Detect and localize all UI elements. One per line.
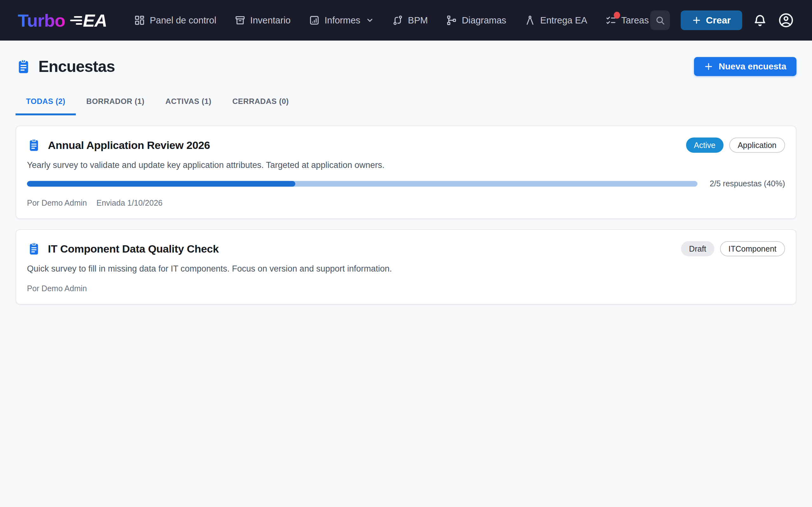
survey-meta: Por Demo Admin Enviada 1/10/2026 (27, 199, 785, 208)
brand-logo[interactable]: Turbo EA (18, 10, 107, 31)
survey-author: Por Demo Admin (27, 284, 87, 293)
page-title-text: Encuestas (38, 57, 115, 76)
status-badge: Active (686, 137, 723, 153)
clipboard-icon (27, 138, 41, 152)
new-survey-button-label: Nueva encuesta (719, 61, 786, 72)
search-icon (655, 15, 665, 25)
nav-item-panel-de-control[interactable]: Panel de control (134, 15, 216, 26)
tab-todas[interactable]: TODAS (2) (15, 97, 76, 115)
survey-sent-date: Enviada 1/10/2026 (96, 199, 163, 208)
compass-icon (525, 15, 536, 26)
survey-card[interactable]: Annual Application Review 2026 Active Ap… (15, 125, 797, 219)
page-header: Encuestas Nueva encuesta (15, 57, 797, 76)
type-badge: Application (729, 137, 785, 153)
main-content: Encuestas Nueva encuesta TODAS (2) BORRA… (0, 57, 812, 304)
nav-label: Entrega EA (540, 15, 587, 26)
user-circle-icon (778, 12, 794, 29)
nav-label: Inventario (250, 15, 291, 26)
nav-label: BPM (408, 15, 428, 26)
nav-label: Informes (324, 15, 360, 26)
brand-logo-suffix: EA (83, 10, 107, 31)
survey-title: IT Component Data Quality Check (48, 243, 219, 255)
tab-borrador[interactable]: BORRADOR (1) (76, 97, 155, 115)
speed-lines-icon (70, 16, 82, 25)
type-badge: ITComponent (720, 241, 785, 257)
dashboard-icon (134, 15, 145, 26)
chevron-down-icon (366, 16, 374, 24)
nav-label: Diagramas (462, 15, 506, 26)
nav-item-informes[interactable]: Informes (309, 15, 374, 26)
survey-meta: Por Demo Admin (27, 284, 785, 293)
progress-label: 2/5 respuestas (40%) (710, 179, 785, 188)
status-badge: Draft (681, 241, 714, 257)
main-navigation: Panel de control Inventario Informes BPM… (134, 15, 649, 26)
survey-description: Quick survey to fill in missing data for… (27, 264, 785, 274)
nav-item-inventario[interactable]: Inventario (235, 15, 291, 26)
diagram-tree-icon (446, 15, 457, 26)
route-icon (392, 15, 403, 26)
nav-item-bpm[interactable]: BPM (392, 15, 428, 26)
tab-activas[interactable]: ACTIVAS (1) (155, 97, 222, 115)
nav-item-tareas[interactable]: Tareas (606, 15, 649, 26)
progress-bar-fill (27, 181, 295, 187)
survey-author: Por Demo Admin (27, 199, 87, 208)
new-survey-button[interactable]: Nueva encuesta (694, 57, 797, 76)
plus-icon (692, 16, 701, 25)
create-button[interactable]: Crear (681, 10, 742, 30)
survey-description: Yearly survey to validate and update key… (27, 160, 785, 170)
survey-progress: 2/5 respuestas (40%) (27, 179, 785, 188)
nav-label: Tareas (621, 15, 649, 26)
survey-title: Annual Application Review 2026 (48, 139, 210, 152)
brand-logo-text: Turbo (18, 10, 65, 31)
nav-item-entrega-ea[interactable]: Entrega EA (525, 15, 587, 26)
navbar-actions: Crear (650, 10, 794, 30)
notification-dot (614, 12, 620, 19)
create-button-label: Crear (706, 15, 731, 26)
notifications-button[interactable] (753, 13, 767, 27)
survey-tabs: TODAS (2) BORRADOR (1) ACTIVAS (1) CERRA… (15, 97, 797, 115)
search-button[interactable] (650, 10, 670, 30)
top-navbar: Turbo EA Panel de control Inventario Inf… (0, 0, 812, 41)
clipboard-icon (15, 59, 32, 74)
nav-label: Panel de control (150, 15, 216, 26)
user-menu-button[interactable] (778, 12, 794, 29)
nav-item-diagramas[interactable]: Diagramas (446, 15, 506, 26)
bell-icon (753, 13, 767, 27)
survey-card-header: IT Component Data Quality Check Draft IT… (27, 241, 785, 257)
survey-card[interactable]: IT Component Data Quality Check Draft IT… (15, 229, 797, 304)
page-title: Encuestas (15, 57, 115, 76)
clipboard-icon (27, 242, 41, 256)
survey-card-header: Annual Application Review 2026 Active Ap… (27, 137, 785, 153)
plus-icon (704, 62, 713, 71)
tab-cerradas[interactable]: CERRADAS (0) (222, 97, 299, 115)
progress-bar (27, 181, 698, 187)
archive-icon (235, 15, 246, 26)
chart-icon (309, 15, 320, 26)
